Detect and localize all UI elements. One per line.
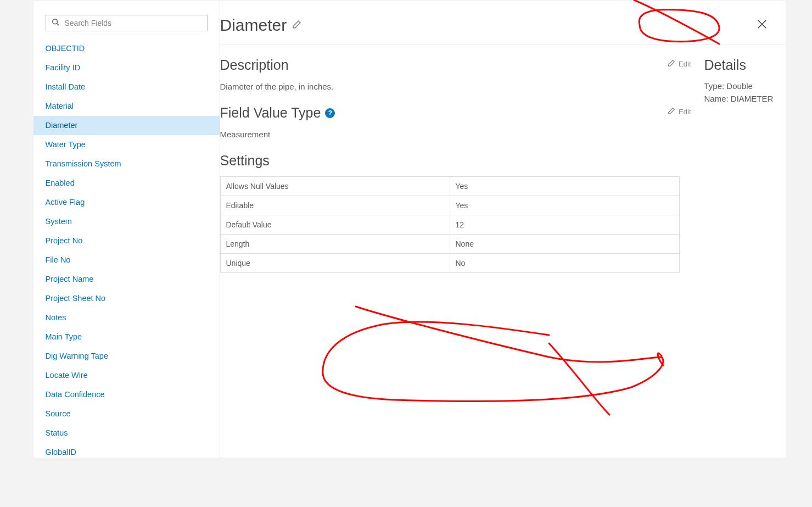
search-input[interactable] [59,19,201,27]
field-item[interactable]: Facility ID [33,58,220,77]
field-item[interactable]: Install Date [33,77,220,97]
pencil-icon [668,59,675,69]
setting-label: Default Value [220,215,450,235]
field-item[interactable]: Enabled [33,174,220,193]
field-item[interactable]: File No [33,250,220,270]
setting-label: Editable [220,196,450,215]
setting-value: Yes [450,177,679,196]
field-list[interactable]: OBJECTIDFacility IDInstall DateMaterialD… [33,39,220,458]
table-row: EditableYes [220,196,679,215]
details-type-row: Type: Double [704,80,782,92]
edit-title-icon[interactable] [292,20,301,31]
svg-line-1 [57,24,59,26]
table-row: LengthNone [220,235,679,254]
search-field-box[interactable] [46,15,208,31]
field-value-type-value: Measurement [220,129,668,141]
pencil-icon [668,107,675,116]
details-name-row: Name: DIAMETER [704,92,782,105]
settings-heading: Settings [220,153,691,169]
field-item[interactable]: OBJECTID [33,39,220,58]
close-button[interactable] [754,16,770,35]
details-heading: Details [704,57,782,73]
help-icon[interactable]: ? [325,108,335,118]
setting-label: Unique [220,254,450,273]
field-item[interactable]: Main Type [33,327,220,347]
field-item[interactable]: Source [33,404,220,424]
table-row: UniqueNo [220,254,679,273]
field-item[interactable]: Project Sheet No [33,289,220,308]
field-item[interactable]: GlobalID [33,443,220,458]
page-title: Diameter [220,16,287,35]
setting-label: Allows Null Values [220,177,450,196]
field-item[interactable]: Material [33,97,220,116]
field-item[interactable]: Status [33,424,220,443]
svg-point-0 [52,19,57,24]
table-row: Default Value12 [220,215,679,235]
edit-label: Edit [679,60,691,68]
field-item[interactable]: Diameter [33,116,220,135]
description-text: Diameter of the pipe, in inches. [220,81,668,93]
field-item[interactable]: Project No [33,231,220,250]
setting-label: Length [220,235,450,254]
edit-label: Edit [679,108,691,116]
field-item[interactable]: Notes [33,308,220,327]
field-item[interactable]: Locate Wire [33,366,220,385]
field-value-type-heading: Field Value Type ? [220,105,668,121]
field-item[interactable]: Project Name [33,270,220,289]
table-row: Allows Null ValuesYes [220,177,679,196]
main-panel: Diameter Description Diameter of the pip… [220,1,786,458]
field-item[interactable]: Active Flag [33,193,220,212]
sidebar: OBJECTIDFacility IDInstall DateMaterialD… [33,1,220,458]
search-icon [52,18,59,28]
edit-field-value-type-button[interactable]: Edit [668,107,691,116]
field-item[interactable]: Dig Warning Tape [33,347,220,366]
description-heading: Description [220,57,668,73]
details-panel: Details Type: Double Name: DIAMETER [704,45,786,458]
field-item[interactable]: Transmission System [33,154,220,174]
field-item[interactable]: System [33,212,220,231]
setting-value: Yes [450,196,679,215]
setting-value: 12 [450,215,679,235]
edit-description-button[interactable]: Edit [668,59,691,69]
field-item[interactable]: Data Confidence [33,385,220,404]
field-item[interactable]: Water Type [33,135,220,154]
setting-value: None [450,235,679,254]
settings-table: Allows Null ValuesYesEditableYesDefault … [220,176,680,273]
setting-value: No [450,254,679,273]
